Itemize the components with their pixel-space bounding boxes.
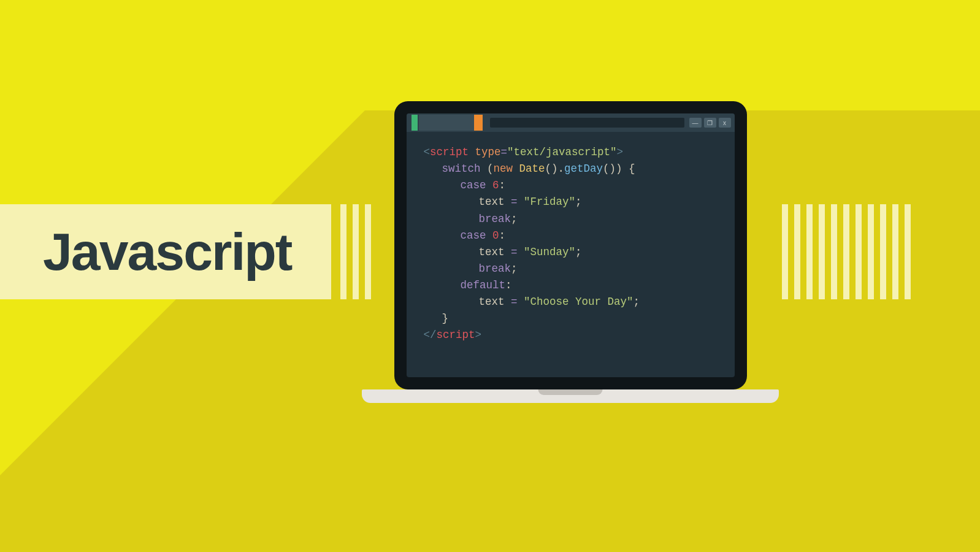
tab-active xyxy=(419,115,474,131)
code-line: break; xyxy=(424,211,718,228)
laptop-illustration: — ❐ x <script type="text/javascript"> sw… xyxy=(362,101,779,403)
window-titlebar: — ❐ x xyxy=(407,113,735,132)
address-bar xyxy=(490,118,684,128)
code-line: case 0: xyxy=(424,228,718,244)
code-line: text = "Choose Your Day"; xyxy=(424,294,718,310)
title-banner: Javascript xyxy=(0,204,331,299)
page-title: Javascript xyxy=(43,221,292,282)
decorative-bars-right xyxy=(782,204,911,299)
code-line: </script> xyxy=(424,327,718,343)
code-block: <script type="text/javascript"> switch (… xyxy=(407,132,735,356)
close-icon: x xyxy=(719,118,731,128)
laptop-base xyxy=(362,389,779,403)
code-line: <script type="text/javascript"> xyxy=(424,144,718,161)
maximize-icon: ❐ xyxy=(704,118,716,128)
code-line: case 6: xyxy=(424,177,718,194)
code-line: } xyxy=(424,310,718,327)
code-line: break; xyxy=(424,261,718,277)
laptop-notch xyxy=(538,389,603,395)
code-line: default: xyxy=(424,277,718,294)
tab-indicator-green xyxy=(412,115,418,131)
code-line: text = "Friday"; xyxy=(424,194,718,210)
editor-window: — ❐ x <script type="text/javascript"> sw… xyxy=(407,113,735,377)
code-line: text = "Sunday"; xyxy=(424,244,718,261)
code-line: switch (new Date().getDay()) { xyxy=(424,161,718,177)
tab-indicator-orange xyxy=(474,115,483,131)
minimize-icon: — xyxy=(689,118,702,128)
